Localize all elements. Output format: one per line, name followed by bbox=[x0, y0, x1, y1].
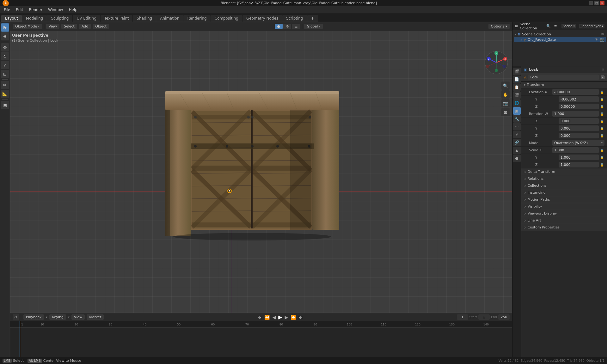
visibility-checkbox[interactable] bbox=[601, 76, 604, 79]
prev-keyframe-button[interactable]: ⏪ bbox=[264, 314, 270, 320]
rotation-w-lock[interactable]: 🔒 bbox=[600, 112, 604, 116]
step-back-button[interactable]: ◀ bbox=[272, 314, 276, 320]
rotation-x-lock[interactable]: 🔒 bbox=[600, 119, 604, 123]
viewport-mode-solid[interactable]: ● bbox=[275, 24, 283, 29]
start-frame-input[interactable]: 1 bbox=[478, 314, 490, 320]
jump-start-button[interactable]: ⏮ bbox=[257, 314, 262, 320]
scale-z-value[interactable]: 1.000 bbox=[559, 162, 599, 167]
prop-tab-world[interactable]: 🌐 bbox=[513, 99, 521, 107]
scale-z-lock[interactable]: 🔒 bbox=[600, 163, 604, 167]
prop-tab-modifiers[interactable]: 🔧 bbox=[513, 115, 521, 123]
viewport-canvas[interactable]: User Perspective (1) Scene Collection | … bbox=[10, 31, 512, 313]
prop-tab-material[interactable]: ● bbox=[513, 155, 521, 162]
tab-uv-editing[interactable]: UV Editing bbox=[73, 15, 100, 22]
grid-toggle[interactable]: ⊞ bbox=[501, 108, 510, 116]
playback-menu[interactable]: Playback bbox=[23, 314, 44, 320]
rotation-w-value[interactable]: 1.000 bbox=[552, 111, 599, 117]
timeline-track[interactable]: 1 10 20 30 40 50 60 70 80 90 100 110 120… bbox=[10, 321, 512, 357]
prop-tab-object[interactable]: ▣ bbox=[513, 107, 521, 115]
render-layer-selector[interactable]: RenderLayer ▾ bbox=[579, 24, 604, 28]
navigation-gizmo[interactable]: Y X Z bbox=[484, 50, 509, 75]
tool-move[interactable]: ✥ bbox=[1, 43, 9, 52]
tab-shading[interactable]: Shading bbox=[133, 15, 156, 22]
marker-menu[interactable]: Marker bbox=[87, 314, 104, 320]
location-z-lock[interactable]: 🔒 bbox=[600, 105, 604, 108]
location-x-value[interactable]: -0.00000 bbox=[552, 89, 599, 95]
prop-tab-view-layer[interactable]: 📋 bbox=[513, 83, 521, 91]
outliner-filter-icon[interactable]: ≡ bbox=[554, 24, 557, 28]
rotation-x-value[interactable]: 0.000 bbox=[559, 118, 599, 124]
collections-header[interactable]: ▷ Collections bbox=[521, 182, 607, 189]
tool-cursor[interactable]: ⊕ bbox=[1, 32, 9, 40]
select-menu[interactable]: Select bbox=[61, 24, 77, 29]
transform-header[interactable]: ▾ Transform bbox=[521, 82, 607, 88]
prop-tab-constraints[interactable]: 🔗 bbox=[513, 139, 521, 146]
tab-compositing[interactable]: Compositing bbox=[211, 15, 242, 22]
pan-button[interactable]: ✋ bbox=[501, 90, 510, 99]
visibility-icon[interactable]: 👁 bbox=[601, 32, 604, 36]
rotation-y-lock[interactable]: 🔒 bbox=[600, 127, 604, 130]
end-frame-input[interactable]: 250 bbox=[498, 314, 510, 320]
tool-measure[interactable]: 📐 bbox=[1, 90, 9, 98]
item-render-icon[interactable]: 📷 bbox=[600, 38, 604, 42]
tab-geometry-nodes[interactable]: Geometry Nodes bbox=[242, 15, 282, 22]
camera-view-button[interactable]: 📷 bbox=[501, 99, 510, 107]
menu-file[interactable]: File bbox=[1, 7, 13, 13]
prop-tab-scene[interactable]: 🎬 bbox=[513, 91, 521, 99]
minimize-button[interactable]: ─ bbox=[589, 1, 593, 5]
motion-paths-header[interactable]: ▷ Motion Paths bbox=[521, 196, 607, 203]
scene-selector[interactable]: Scene ▾ bbox=[561, 24, 576, 28]
prop-header-close[interactable]: ✕ bbox=[602, 68, 604, 72]
scale-x-lock[interactable]: 🔒 bbox=[600, 149, 604, 152]
rotation-mode-select[interactable]: Quaternion (WXYZ) ▾ bbox=[552, 140, 604, 146]
tab-layout[interactable]: Layout bbox=[1, 15, 22, 22]
prop-tab-output[interactable]: 📄 bbox=[513, 76, 521, 83]
tool-select[interactable] bbox=[1, 23, 9, 32]
jump-end-button[interactable]: ⏭ bbox=[298, 314, 304, 320]
zoom-in-button[interactable]: 🔍 bbox=[501, 82, 510, 90]
play-button[interactable]: ▶ bbox=[278, 313, 283, 321]
relations-header[interactable]: ▷ Relations bbox=[521, 175, 607, 182]
tab-rendering[interactable]: Rendering bbox=[183, 15, 210, 22]
object-menu[interactable]: Object bbox=[93, 24, 109, 29]
custom-properties-header[interactable]: ▷ Custom Properties bbox=[521, 224, 607, 231]
prop-tab-render[interactable]: 🎬 bbox=[513, 68, 521, 75]
outliner-scene-collection[interactable]: ▾ ⊞ Scene Collection 👁 bbox=[514, 32, 606, 37]
location-z-value[interactable]: 0.00000 bbox=[559, 104, 599, 109]
view-menu[interactable]: View bbox=[46, 24, 59, 29]
tool-transform[interactable]: ⊞ bbox=[1, 70, 9, 78]
delta-transform-header[interactable]: ▷ Delta Transform bbox=[521, 168, 607, 175]
next-keyframe-button[interactable]: ⏩ bbox=[290, 314, 297, 320]
add-menu[interactable]: Add bbox=[79, 24, 91, 29]
object-name-display[interactable]: Lock bbox=[528, 75, 599, 80]
visibility-header[interactable]: ▷ Visibility bbox=[521, 203, 607, 210]
tool-annotate[interactable]: ✏ bbox=[1, 81, 9, 89]
tab-add[interactable]: + bbox=[307, 15, 318, 22]
tool-rotate[interactable]: ↻ bbox=[1, 52, 9, 60]
timeline-view-menu[interactable]: View bbox=[71, 314, 85, 320]
menu-window[interactable]: Window bbox=[46, 7, 65, 13]
rotation-z-lock[interactable]: 🔒 bbox=[600, 134, 604, 137]
current-frame-input[interactable]: 1 bbox=[457, 314, 468, 320]
tab-modeling[interactable]: Modeling bbox=[22, 15, 47, 22]
location-y-lock[interactable]: 🔒 bbox=[600, 98, 604, 101]
tab-scripting[interactable]: Scripting bbox=[282, 15, 307, 22]
tool-scale[interactable]: ⤢ bbox=[1, 61, 9, 69]
menu-render[interactable]: Render bbox=[26, 7, 45, 13]
close-button[interactable]: ✕ bbox=[600, 1, 604, 5]
tab-sculpting[interactable]: Sculpting bbox=[47, 15, 72, 22]
mode-selector[interactable]: Object Mode ▾ bbox=[13, 24, 42, 29]
prop-tab-physics[interactable]: ⚡ bbox=[513, 131, 521, 138]
step-forward-button[interactable]: ▶ bbox=[284, 314, 289, 320]
viewport-display-header[interactable]: ▷ Viewport Display bbox=[521, 210, 607, 217]
options-button[interactable]: Options ▾ bbox=[488, 24, 510, 29]
outliner-item-gate[interactable]: ▷ △ Old_Faded_Gate 👁 📷 bbox=[514, 37, 606, 42]
instancing-header[interactable]: ▷ Instancing bbox=[521, 189, 607, 196]
location-x-lock[interactable]: 🔒 bbox=[600, 90, 604, 94]
viewport-xray[interactable]: ☰ bbox=[292, 24, 300, 29]
tool-add-cube[interactable]: ▣ bbox=[1, 101, 9, 109]
tab-texture-paint[interactable]: Texture Paint bbox=[101, 15, 132, 22]
keying-menu[interactable]: Keying bbox=[49, 314, 66, 320]
menu-help[interactable]: Help bbox=[66, 7, 80, 13]
viewport-overlay[interactable]: ⊙ bbox=[283, 24, 291, 29]
